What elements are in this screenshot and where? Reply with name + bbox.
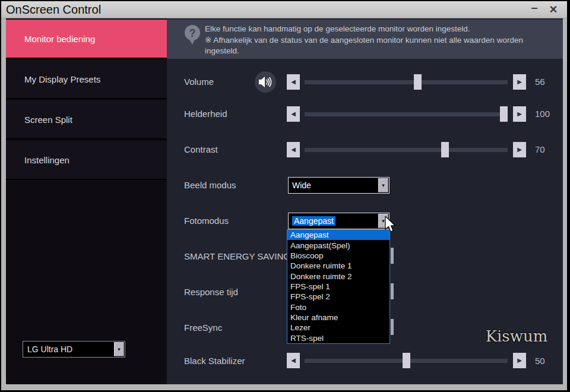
kiswum-watermark: Kiswum <box>472 327 561 345</box>
picture-mode-value: Wide <box>289 178 389 193</box>
dropdown-option[interactable]: Foto <box>287 302 390 312</box>
contrast-slider-thumb[interactable] <box>441 142 449 157</box>
response-time-label: Response tijd <box>184 286 238 298</box>
contrast-value: 70 <box>535 144 545 156</box>
photo-mode-label: Fotomodus <box>184 215 229 227</box>
black-stabilizer-label: Black Stabilizer <box>184 355 245 367</box>
sidebar: Monitor bediening My Display Presets Scr… <box>6 18 167 384</box>
sidebar-item-instellingen[interactable]: Instellingen <box>6 141 167 180</box>
brightness-label: Helderheid <box>184 108 227 120</box>
freesync-dropdown-edge[interactable] <box>391 319 394 335</box>
volume-increase-button[interactable]: ▶ <box>513 74 526 90</box>
close-button[interactable]: × <box>545 1 562 18</box>
contrast-slider[interactable] <box>305 148 508 152</box>
contrast-label: Contrast <box>184 144 218 156</box>
mute-button[interactable] <box>255 71 276 93</box>
dropdown-option[interactable]: Aangepast(Spel) <box>287 240 390 250</box>
volume-slider[interactable] <box>305 80 508 84</box>
title-bar[interactable]: OnScreen Control – × <box>1 1 567 18</box>
black-stabilizer-increase-button[interactable]: ▶ <box>513 353 526 368</box>
monitor-select-dropdown[interactable]: LG Ultra HD ▼ <box>23 341 125 358</box>
dropdown-option[interactable]: Donkere ruimte 1 <box>287 261 390 271</box>
chevron-down-icon[interactable]: ▼ <box>114 342 124 356</box>
volume-label: Volume <box>184 76 214 88</box>
window-title: OnScreen Control <box>6 3 101 17</box>
volume-value: 56 <box>535 76 545 88</box>
photo-mode-option-list: AangepastAangepast(Spel)BioscoopDonkere … <box>287 229 390 344</box>
sidebar-item-monitor-bediening[interactable]: Monitor bediening <box>6 20 167 59</box>
picture-mode-dropdown[interactable]: Wide ▼ <box>288 177 390 194</box>
dropdown-option[interactable]: Aangepast <box>287 230 390 240</box>
smart-energy-saving-label: SMART ENERGY SAVING <box>184 251 290 263</box>
dropdown-option[interactable]: Lezer <box>287 323 390 333</box>
volume-decrease-button[interactable]: ◀ <box>287 74 300 90</box>
dropdown-option[interactable]: Kleur afname <box>287 312 390 323</box>
monitor-select-value: LG Ultra HD <box>23 342 125 357</box>
black-stabilizer-slider-thumb[interactable] <box>403 353 410 368</box>
svg-text:?: ? <box>189 27 196 39</box>
help-icon: ? <box>184 24 201 48</box>
freesync-label: FreeSync <box>184 322 222 334</box>
info-banner: ? Elke functie kan handmatig op de gesel… <box>167 20 563 59</box>
dropdown-option[interactable]: FPS-spel 1 <box>287 282 390 292</box>
picture-mode-label: Beeld modus <box>184 179 236 191</box>
dropdown-option[interactable]: RTS-spel <box>287 333 390 343</box>
minimize-button[interactable]: – <box>526 1 543 18</box>
sidebar-item-my-display-presets[interactable]: My Display Presets <box>6 60 167 99</box>
brightness-slider[interactable] <box>305 112 508 116</box>
photo-mode-dropdown[interactable]: Aangepast ▼ <box>288 213 390 229</box>
smart-energy-saving-dropdown-edge[interactable] <box>391 248 394 264</box>
brightness-decrease-button[interactable]: ◀ <box>287 106 300 122</box>
dropdown-option[interactable]: Bioscoop <box>287 251 390 261</box>
dropdown-option[interactable]: FPS-spel 2 <box>287 292 390 302</box>
contrast-decrease-button[interactable]: ◀ <box>287 142 300 157</box>
mouse-cursor-icon <box>385 216 398 236</box>
brightness-increase-button[interactable]: ▶ <box>513 106 526 122</box>
brightness-slider-thumb[interactable] <box>500 106 508 122</box>
photo-mode-value: Aangepast <box>289 213 389 229</box>
chevron-down-icon[interactable]: ▼ <box>378 178 388 192</box>
volume-slider-thumb[interactable] <box>414 74 422 90</box>
black-stabilizer-decrease-button[interactable]: ◀ <box>287 353 300 368</box>
brightness-value: 100 <box>535 108 550 120</box>
black-stabilizer-slider[interactable] <box>305 359 508 363</box>
dropdown-option[interactable]: Donkere ruimte 2 <box>287 271 390 281</box>
app-window: OnScreen Control – × Monitor bediening M… <box>0 0 570 392</box>
response-time-dropdown-edge[interactable] <box>391 283 394 299</box>
info-text: Elke functie kan handmatig op de geselec… <box>205 24 555 57</box>
contrast-increase-button[interactable]: ▶ <box>513 142 526 157</box>
black-stabilizer-value: 50 <box>535 355 545 367</box>
sidebar-item-screen-split[interactable]: Screen Split <box>6 100 167 140</box>
